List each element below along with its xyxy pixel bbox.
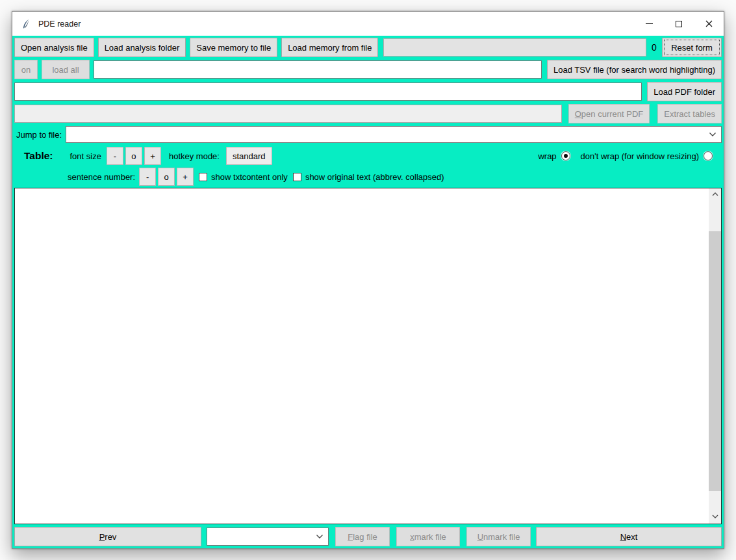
window-controls [634, 12, 724, 36]
button-label-part: lag file [353, 532, 377, 542]
toolbar-row-3: Load PDF folder [14, 82, 722, 101]
app-feather-icon [21, 19, 32, 29]
scroll-up-button[interactable] [709, 188, 721, 199]
button-hotkey-letter: O [575, 109, 581, 119]
load-analysis-folder-button[interactable]: Load analysis folder [98, 38, 186, 57]
show-txtcontent-checkbox[interactable]: show txtcontent only [199, 172, 288, 182]
app-window: PDE reader Open analysis file Load analy… [12, 11, 724, 549]
button-label-part: mark file [414, 532, 446, 542]
counter-label: 0 [648, 42, 660, 53]
font-size-label: font size [70, 151, 101, 161]
scrollbar-thumb[interactable] [709, 231, 721, 491]
sentence-number-decrease-button[interactable]: - [139, 168, 156, 186]
current-pdf-entry[interactable] [14, 105, 562, 123]
close-button[interactable] [694, 12, 724, 36]
checkbox-icon [199, 173, 207, 181]
button-label-part: ext [626, 532, 637, 542]
hotkey-mode-button[interactable]: standard [226, 147, 272, 165]
save-memory-to-file-button[interactable]: Save memory to file [190, 38, 277, 57]
maximize-button[interactable] [664, 12, 694, 36]
show-txtcontent-label: show txtcontent only [211, 172, 288, 182]
button-hotkey-letter: N [620, 532, 626, 542]
font-size-reset-button[interactable]: o [125, 147, 142, 165]
jump-to-file-combobox[interactable] [66, 126, 722, 143]
table-section-title: Table: [24, 150, 53, 162]
minimize-button[interactable] [634, 12, 664, 36]
hotkey-mode-label: hotkey mode: [169, 151, 220, 161]
sentence-controls-row: sentence number: - o + show txtcontent o… [14, 168, 722, 186]
vertical-scrollbar[interactable] [709, 188, 721, 524]
window-title: PDE reader [38, 19, 81, 29]
toolbar-row-4: Open current PDF Extract tables [14, 104, 722, 123]
on-button[interactable]: on [14, 60, 38, 79]
sentence-number-increase-button[interactable]: + [177, 168, 194, 186]
sentence-number-reset-button[interactable]: o [158, 168, 175, 186]
extract-tables-button[interactable]: Extract tables [657, 104, 722, 123]
show-original-text-label: show original text (abbrev. collapsed) [305, 172, 444, 182]
load-all-button[interactable]: load all [42, 60, 90, 79]
text-content[interactable] [15, 188, 709, 524]
table-text-area[interactable] [14, 188, 722, 524]
checkbox-icon [293, 173, 301, 181]
scroll-down-button[interactable] [709, 511, 721, 522]
file-select-combobox[interactable] [207, 528, 329, 546]
load-memory-from-file-button[interactable]: Load memory from file [281, 38, 378, 57]
button-hotkey-letter: F [348, 532, 353, 542]
pdf-folder-entry[interactable] [14, 83, 642, 101]
x-mark-file-button[interactable]: x mark file [396, 527, 460, 546]
main-content: Open analysis file Load analysis folder … [12, 36, 724, 548]
sentence-number-label: sentence number: [68, 172, 135, 182]
titlebar: PDE reader [12, 12, 724, 36]
reset-form-button[interactable]: Reset form [662, 38, 722, 57]
next-button[interactable]: Next [536, 527, 722, 546]
font-size-increase-button[interactable]: + [144, 147, 161, 165]
dont-wrap-radio[interactable]: don't wrap (for window resizing) [581, 151, 713, 161]
chevron-down-icon [712, 515, 718, 518]
chevron-down-icon [709, 132, 717, 137]
open-current-pdf-button[interactable]: Open current PDF [568, 104, 650, 123]
toolbar-row-2: on load all Load TSV file (for search wo… [14, 60, 722, 79]
unmark-file-button[interactable]: Unmark file [466, 527, 531, 546]
toolbar-row-1: Open analysis file Load analysis folder … [14, 38, 722, 57]
jump-to-file-label: Jump to file: [16, 130, 62, 140]
jump-row: Jump to file: [14, 126, 722, 143]
wrap-radio-label: wrap [538, 151, 556, 161]
open-analysis-file-button[interactable]: Open analysis file [14, 38, 94, 57]
prev-button[interactable]: Prev [14, 527, 201, 546]
chevron-up-icon [712, 192, 718, 196]
button-hotkey-letter: U [477, 532, 483, 542]
dont-wrap-radio-label: don't wrap (for window resizing) [581, 151, 699, 161]
show-original-text-checkbox[interactable]: show original text (abbrev. collapsed) [293, 172, 444, 182]
radio-selected-icon [561, 151, 570, 160]
button-hotkey-letter: P [99, 532, 105, 542]
button-label-part: nmark file [483, 532, 520, 542]
close-icon [705, 20, 713, 27]
button-label-part: rev [105, 532, 116, 542]
flag-file-button[interactable]: Flag file [335, 527, 390, 546]
radio-unselected-icon [704, 151, 713, 160]
table-controls-row: Table: font size - o + hotkey mode: stan… [14, 146, 722, 166]
maximize-icon [676, 21, 682, 27]
memory-status-entry[interactable] [383, 38, 646, 57]
font-size-decrease-button[interactable]: - [107, 147, 123, 165]
chevron-down-icon [316, 534, 324, 539]
search-word-entry[interactable] [94, 60, 542, 79]
bottom-bar: Prev Flag file x mark file Unmark file [14, 527, 722, 546]
load-pdf-folder-button[interactable]: Load PDF folder [647, 82, 722, 101]
minimize-icon [646, 23, 653, 24]
wrap-radio[interactable]: wrap [538, 151, 570, 161]
load-tsv-file-button[interactable]: Load TSV file (for search word highlight… [547, 60, 722, 79]
button-label-part: pen current PDF [581, 109, 643, 119]
